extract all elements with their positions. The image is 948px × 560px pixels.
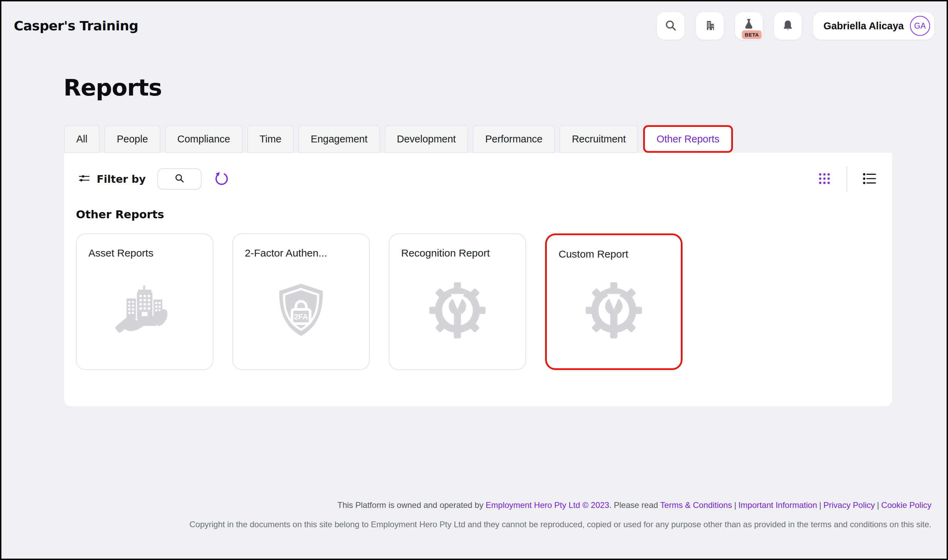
bell-icon [781,19,794,33]
filter-sliders-icon [78,172,90,186]
svg-text:2FA: 2FA [294,313,308,322]
search-icon [664,19,677,33]
refresh-icon [214,171,229,187]
2fa-shield-lock-icon: 2FA [273,281,330,342]
labs-beta-button[interactable]: BETA [735,12,763,40]
footer-separator: | [875,500,881,510]
page-title: Reports [63,74,946,101]
card-title: Custom Report [559,248,669,260]
card-custom-report[interactable]: Custom Report [545,234,682,370]
tab-engagement[interactable]: Engagement [299,125,380,153]
filter-search-input[interactable] [157,168,202,190]
page-footer: This Platform is owned and operated by E… [190,500,931,530]
footer-text: This Platform is owned and operated by [337,500,486,510]
organisation-button[interactable] [696,12,724,40]
tab-development[interactable]: Development [385,125,468,153]
tab-all[interactable]: All [64,125,99,153]
card-title: Asset Reports [88,247,201,259]
reports-page: { "header": { "app_title": "Casper's Tra… [0,0,948,560]
gear-wrench-icon [583,280,645,342]
app-title: Casper's Training [14,18,138,34]
card-title: 2-Factor Authen... [245,247,357,259]
tab-performance[interactable]: Performance [473,125,554,153]
refresh-filters-button[interactable] [214,171,229,187]
report-cards: Asset Reports [76,234,892,370]
footer-link-cookie-policy[interactable]: Cookie Policy [882,500,931,510]
grid-view-button[interactable] [817,172,831,186]
footer-separator: | [732,500,738,510]
user-menu[interactable]: Gabriella Alicaya GA [813,12,934,40]
footer-line-1: This Platform is owned and operated by E… [190,500,931,510]
search-icon [174,173,185,185]
flask-icon [742,17,755,31]
tab-other-reports[interactable]: Other Reports [643,125,733,153]
avatar: GA [910,16,930,36]
card-asset-reports[interactable]: Asset Reports [76,234,213,370]
reports-panel: Filter by [64,153,892,406]
list-view-button[interactable] [862,172,877,186]
filter-by-label: Filter by [97,173,146,185]
grid-view-icon [817,172,831,186]
search-button[interactable] [657,12,685,40]
user-name: Gabriella Alicaya [823,20,904,32]
tab-recruitment[interactable]: Recruitment [560,125,638,153]
tab-time[interactable]: Time [247,125,293,153]
footer-line-2: Copyright in the documents on this site … [190,519,931,530]
gear-wrench-icon [427,280,488,342]
footer-link-employment-hero[interactable]: Employment Hero Pty Ltd © 2023 [486,500,609,510]
top-header-actions: BETA Gabriella Alicaya GA [657,12,934,40]
hand-holding-buildings-icon [114,279,176,343]
tab-people[interactable]: People [105,125,160,153]
view-toggle-divider [846,166,847,191]
building-icon [703,18,717,34]
list-view-icon [862,172,877,186]
footer-text: . Please read [609,500,661,510]
top-header: Casper's Training [2,2,946,40]
card-2-factor-authentication[interactable]: 2-Factor Authen... 2FA [232,234,370,370]
footer-link-important-information[interactable]: Important Information [738,500,817,510]
report-tabs: All People Compliance Time Engagement De… [64,125,946,153]
tab-compliance[interactable]: Compliance [165,125,242,153]
filter-toolbar: Filter by [64,153,892,191]
notifications-button[interactable] [774,12,801,40]
footer-link-terms[interactable]: Terms & Conditions [660,500,732,510]
beta-badge: BETA [742,30,761,39]
section-title: Other Reports [76,208,892,221]
card-title: Recognition Report [401,247,514,259]
footer-link-privacy-policy[interactable]: Privacy Policy [823,500,875,510]
footer-separator: | [817,500,823,510]
card-recognition-report[interactable]: Recognition Report [389,234,526,370]
